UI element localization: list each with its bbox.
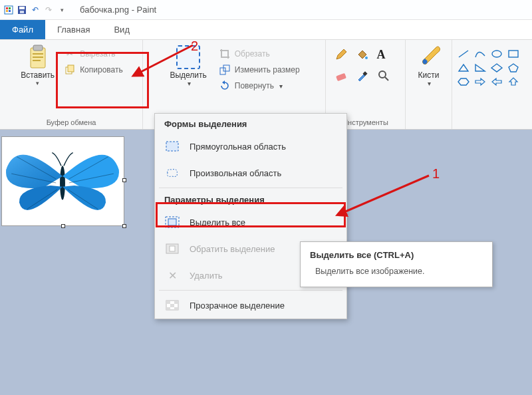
delete-icon: ✕ [164,267,180,283]
svg-rect-34 [168,219,176,225]
svg-point-23 [492,51,501,57]
app-icon [3,4,15,16]
clipboard-icon [26,45,50,69]
paste-label: Вставить [21,70,55,80]
dropdown-separator [159,188,342,188]
dropdown-item-select-all[interactable]: Выделить все [155,209,346,235]
svg-rect-40 [170,304,174,307]
fill-icon[interactable] [356,48,376,68]
svg-rect-2 [9,7,11,9]
resize-handle-s[interactable] [61,224,65,228]
rotate-button[interactable]: Повернуть [216,78,303,93]
shape-rtriangle-icon[interactable] [473,62,487,74]
magnifier-icon[interactable] [377,69,397,89]
svg-rect-11 [33,57,43,58]
tab-view[interactable]: Вид [102,20,142,39]
chevron-down-icon: ▾ [36,80,39,86]
group-tools-label: Инструменты [342,118,388,128]
canvas-image [2,137,124,225]
annotation-number-1: 1 [432,166,440,182]
dropdown-section-shapes: Формы выделения [155,114,346,133]
shape-line-icon[interactable] [456,48,471,60]
svg-line-44 [342,176,429,213]
title-bar: ↶ ↷ ▾ бабочка.png - Paint [0,0,532,20]
dropdown-transparent-label: Прозрачное выделение [190,301,285,311]
scissors-icon: ✂ [64,48,76,60]
svg-rect-7 [20,11,24,13]
resize-handle-e[interactable] [122,178,126,182]
brushes-label: Кисти [418,70,440,80]
svg-point-25 [60,166,65,199]
svg-rect-6 [19,7,25,9]
window-title: бабочка.png - Paint [80,5,156,15]
brush-icon [417,45,441,69]
select-label: Выделить [170,70,206,80]
pencil-icon[interactable] [334,48,354,68]
shape-pentagon-icon[interactable] [506,62,521,74]
shape-hexagon-icon[interactable] [456,76,471,88]
crop-icon [219,48,231,60]
resize-handle-se[interactable] [122,224,126,228]
svg-line-22 [459,51,468,57]
eraser-icon[interactable] [334,69,354,89]
rotate-icon [219,80,231,92]
dropdown-item-transparent[interactable]: Прозрачное выделение [155,292,346,319]
undo-icon[interactable]: ↶ [29,4,41,16]
dropdown-separator-2 [159,290,342,291]
svg-rect-36 [170,246,175,251]
group-brushes: Кисти [406,40,452,129]
shape-diamond-icon[interactable] [489,62,504,74]
resize-icon [219,64,231,76]
copy-icon [64,64,76,76]
shape-triangle-icon[interactable] [456,62,471,74]
crop-label: Обрезать [235,49,270,59]
svg-rect-4 [9,10,11,12]
shape-rect-icon[interactable] [506,48,521,60]
shape-larrow-icon[interactable] [489,76,504,88]
shape-curve-icon[interactable] [473,48,487,60]
brushes-button[interactable]: Кисти [413,44,445,88]
paste-button[interactable]: Вставить ▾ [17,44,59,88]
tooltip-title: Выделить все (CTRL+A) [310,250,483,260]
freeform-select-icon [164,165,180,181]
ribbon-tabs: Файл Главная Вид [0,20,532,40]
canvas[interactable] [1,136,124,226]
shape-uarrow-icon[interactable] [506,76,521,88]
shape-oval-icon[interactable] [489,48,504,60]
dropdown-delete-label: Удалить [190,271,223,281]
picker-icon[interactable] [356,69,376,89]
group-clipboard-label: Буфер обмена [47,118,96,128]
resize-label: Изменить размер [235,65,300,74]
qat-dropdown-icon[interactable]: ▾ [56,4,68,16]
svg-rect-3 [6,10,8,12]
svg-rect-42 [174,307,178,310]
dropdown-free-label: Произвольная область [190,168,281,178]
dropdown-invert-label: Обратить выделение [190,244,275,254]
svg-rect-38 [166,301,170,304]
resize-button[interactable]: Изменить размер [216,63,303,77]
text-icon[interactable]: A [377,48,397,68]
tooltip-body: Выделить все изображение. [310,267,483,276]
tab-file[interactable]: Файл [0,20,45,39]
invert-icon [164,241,180,257]
svg-rect-1 [6,7,8,9]
transparent-icon [164,297,180,313]
select-button[interactable]: Выделить [166,44,210,88]
dropdown-rect-label: Прямоугольная область [190,142,286,152]
svg-rect-32 [166,142,178,151]
select-all-icon [164,214,180,230]
crop-button[interactable]: Обрезать [216,47,303,61]
svg-rect-14 [68,65,74,72]
svg-rect-18 [336,73,346,81]
dropdown-item-freeform[interactable]: Произвольная область [155,160,346,186]
dropdown-section-params: Параметры выделения [155,190,346,209]
svg-rect-10 [33,53,43,55]
shape-rarrow-icon[interactable] [473,76,487,88]
cut-button[interactable]: ✂ Вырезать [61,47,126,61]
dropdown-item-rectangular[interactable]: Прямоугольная область [155,133,346,160]
save-icon[interactable] [16,4,28,16]
group-shapes [452,40,525,129]
copy-button[interactable]: Копировать [61,63,126,77]
tab-home[interactable]: Главная [45,20,102,39]
redo-icon[interactable]: ↷ [43,4,55,16]
